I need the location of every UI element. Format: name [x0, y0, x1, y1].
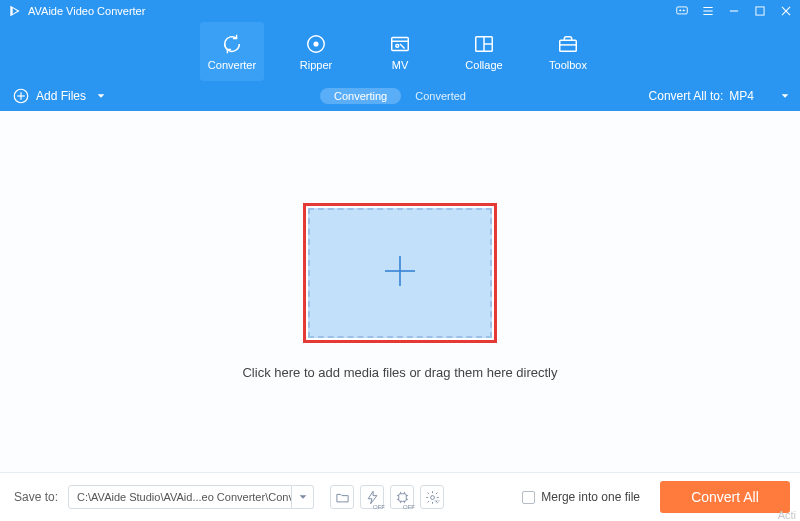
nav-label: Toolbox [549, 59, 587, 71]
svg-rect-25 [398, 493, 406, 501]
svg-rect-0 [677, 7, 688, 14]
off-badge: OFF [403, 504, 415, 510]
save-path-group: C:\AVAide Studio\AVAid...eo Converter\Co… [68, 485, 314, 509]
status-tabs: Converting Converted [320, 88, 480, 104]
ripper-icon [305, 33, 327, 55]
lightning-button[interactable]: OFF [360, 485, 384, 509]
nav-mv[interactable]: MV [368, 22, 432, 81]
svg-rect-7 [756, 7, 764, 15]
checkbox-icon [522, 491, 535, 504]
nav-label: Ripper [300, 59, 332, 71]
svg-marker-24 [368, 491, 377, 504]
add-files-button[interactable]: Add Files [12, 87, 106, 105]
merge-label: Merge into one file [541, 490, 640, 504]
chip-icon [395, 490, 410, 505]
window-controls [674, 3, 794, 19]
merge-checkbox[interactable]: Merge into one file [522, 490, 640, 504]
open-folder-button[interactable] [330, 485, 354, 509]
app-logo-icon [8, 4, 22, 18]
chevron-down-icon [298, 492, 308, 502]
hw-accel-button[interactable]: OFF [390, 485, 414, 509]
nav-converter[interactable]: Converter [200, 22, 264, 81]
nav-label: MV [392, 59, 409, 71]
toolbar: Add Files Converting Converted Convert A… [0, 81, 800, 111]
nav-toolbox[interactable]: Toolbox [536, 22, 600, 81]
toolbox-icon [557, 33, 579, 55]
drop-zone[interactable] [308, 208, 492, 338]
menu-icon[interactable] [700, 3, 716, 19]
svg-point-2 [683, 10, 684, 11]
convert-all-to-label: Convert All to: [649, 89, 724, 103]
folder-icon [335, 490, 350, 505]
chevron-down-icon [433, 498, 441, 506]
tab-converted[interactable]: Converted [401, 88, 480, 104]
collage-icon [473, 33, 495, 55]
title-bar: AVAide Video Converter [0, 0, 800, 22]
nav-ripper[interactable]: Ripper [284, 22, 348, 81]
off-badge: OFF [373, 504, 385, 510]
app-title: AVAide Video Converter [28, 5, 674, 17]
maximize-icon[interactable] [752, 3, 768, 19]
nav-label: Collage [465, 59, 502, 71]
svg-point-11 [314, 42, 318, 46]
svg-point-1 [680, 10, 681, 11]
settings-button[interactable] [420, 485, 444, 509]
nav-collage[interactable]: Collage [452, 22, 516, 81]
lightning-icon [365, 490, 380, 505]
plus-icon [380, 251, 420, 295]
converter-icon [221, 33, 243, 55]
minimize-icon[interactable] [726, 3, 742, 19]
main-nav: Converter Ripper MV Collage Toolbox [0, 22, 800, 81]
convert-all-button[interactable]: Convert All [660, 481, 790, 513]
workspace: Click here to add media files or drag th… [0, 111, 800, 473]
selected-format: MP4 [729, 89, 754, 103]
save-path-field[interactable]: C:\AVAide Studio\AVAid...eo Converter\Co… [68, 485, 292, 509]
save-to-label: Save to: [14, 490, 58, 504]
plus-circle-icon [12, 87, 30, 105]
chevron-down-icon [780, 91, 790, 101]
svg-rect-17 [560, 40, 577, 51]
svg-point-13 [396, 44, 399, 47]
drop-hint-text: Click here to add media files or drag th… [242, 365, 557, 380]
output-format-select[interactable]: MP4 [729, 89, 790, 103]
save-path-dropdown[interactable] [292, 485, 314, 509]
tab-converting[interactable]: Converting [320, 88, 401, 104]
feedback-icon[interactable] [674, 3, 690, 19]
drop-highlight-frame [303, 203, 497, 343]
bottom-bar: Save to: C:\AVAide Studio\AVAid...eo Con… [0, 473, 800, 521]
chevron-down-icon [96, 91, 106, 101]
close-icon[interactable] [778, 3, 794, 19]
add-files-label: Add Files [36, 89, 86, 103]
mv-icon [389, 33, 411, 55]
nav-label: Converter [208, 59, 256, 71]
